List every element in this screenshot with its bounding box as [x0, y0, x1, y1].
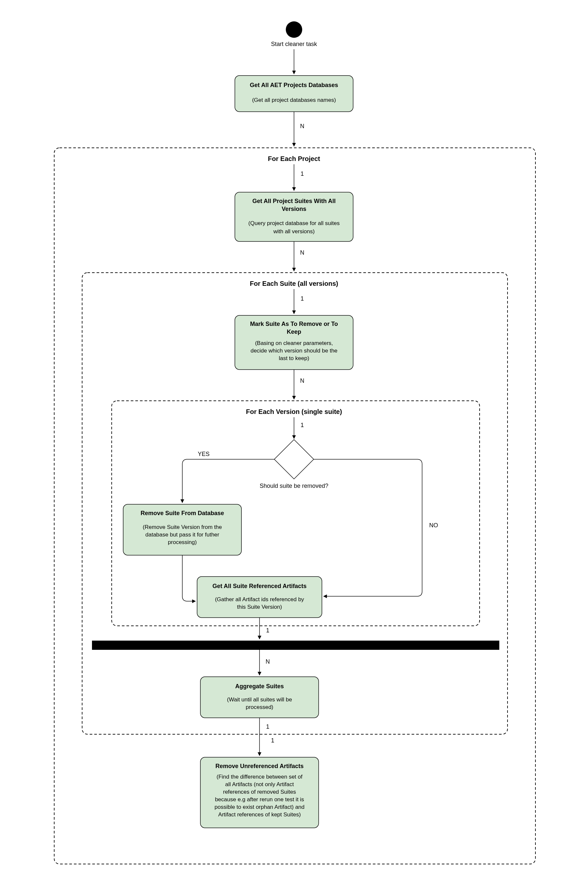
edge-no	[314, 459, 422, 596]
n2-title1: Get All Project Suites With All	[252, 198, 336, 204]
n1-desc: (Get all project databases names)	[252, 97, 336, 103]
edge-1-label-3: 1	[301, 422, 304, 428]
node-get-projects	[235, 75, 353, 112]
n3-desc1: (Basing on cleaner parameters,	[255, 340, 333, 346]
n7-desc6: Artifact references of kept Suites)	[218, 812, 301, 818]
region2-title: For Each Suite (all versions)	[250, 280, 338, 287]
edge-1-label-2: 1	[301, 295, 304, 302]
n2-desc2: with all versions)	[273, 228, 315, 234]
n7-desc3: references of removed Suites	[223, 789, 296, 795]
edge-1-label-n6a: 1	[266, 723, 269, 730]
n3-title2: Keep	[287, 329, 301, 335]
n5-title: Get All Suite Referenced Artifacts	[213, 583, 307, 589]
n4-desc1: (Remove Suite Version from the	[143, 524, 222, 530]
n4-title: Remove Suite From Database	[141, 510, 224, 516]
edge-n-label-3: N	[300, 377, 304, 384]
start-label: Start cleaner task	[271, 41, 317, 47]
n4-desc3: processing)	[168, 539, 197, 545]
n4-desc2: database but pass it for futher	[146, 531, 219, 538]
n6-title: Aggregate Suites	[235, 683, 284, 690]
n3-desc2: decide which version should be the	[250, 348, 338, 354]
edge-yes	[182, 459, 274, 503]
n5-desc1: (Gather all Artifact ids referenced by	[215, 596, 304, 602]
yes-label: YES	[198, 451, 210, 457]
n6-desc1: (Wait until all suites will be	[227, 696, 292, 703]
n7-title: Remove Unreferenced Artifacts	[216, 763, 303, 769]
start-node	[286, 21, 302, 38]
edge-n4-n5	[182, 555, 195, 601]
edge-n-label-bar: N	[266, 658, 270, 665]
no-label: NO	[429, 522, 438, 528]
flowchart-diagram: Start cleaner task Get All AET Projects …	[0, 0, 588, 887]
region3-title: For Each Version (single suite)	[246, 408, 342, 415]
n3-desc3: last to keep)	[279, 355, 309, 362]
n3-title1: Mark Suite As To Remove or To	[250, 321, 338, 327]
n7-desc2: all Artifacts (not only Artifact	[225, 781, 294, 788]
n2-desc1: (Query project database for all suites	[248, 220, 340, 227]
decision-label: Should suite be removed?	[260, 483, 328, 489]
edge-n-label-1: N	[300, 123, 304, 129]
edge-1-label-1: 1	[301, 171, 304, 177]
n2-title2: Versions	[282, 206, 306, 212]
n5-desc2: this Suite Version)	[237, 604, 282, 610]
n7-desc5: possible to exist orphan Artifact) and	[214, 804, 304, 810]
n1-title: Get All AET Projects Databases	[250, 82, 338, 89]
region1-title: For Each Project	[268, 155, 320, 162]
n6-desc2: processed)	[246, 704, 273, 710]
edge-1-label-n6b: 1	[271, 737, 274, 744]
edge-1-label-region3out: 1	[266, 627, 269, 634]
n7-desc4: because e.g after rerun one test it is	[215, 796, 304, 803]
decision-node	[274, 440, 314, 479]
edge-n-label-2: N	[300, 249, 304, 256]
sync-bar	[92, 641, 499, 650]
n7-desc1: (Find the difference between set of	[216, 774, 303, 780]
